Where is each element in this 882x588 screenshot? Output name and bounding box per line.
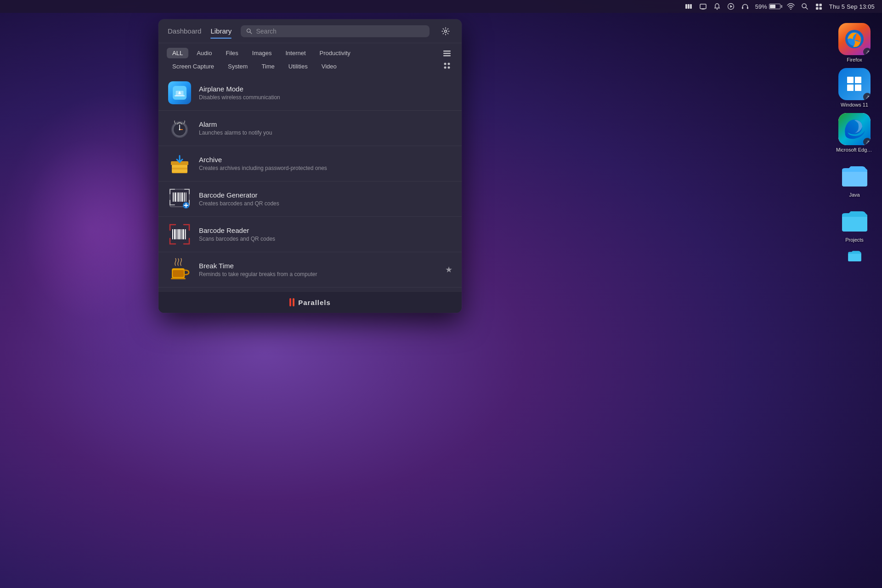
category-bar: ALL Audio Files Images Internet Producti… bbox=[158, 43, 462, 72]
svg-rect-28 bbox=[443, 53, 451, 54]
svg-rect-56 bbox=[172, 229, 173, 239]
search-icon bbox=[246, 28, 252, 34]
svg-rect-57 bbox=[174, 229, 176, 239]
cat-system[interactable]: System bbox=[222, 61, 253, 72]
dock-item-extra[interactable] bbox=[838, 248, 871, 280]
spotlight-icon[interactable] bbox=[801, 3, 808, 10]
airplane-mode-icon-wrap bbox=[168, 81, 192, 105]
parallels-logo: Parallels bbox=[289, 298, 331, 306]
control-center-icon[interactable] bbox=[815, 3, 823, 11]
svg-rect-21 bbox=[847, 85, 854, 91]
bg-swirl-3 bbox=[23, 138, 161, 322]
svg-rect-8 bbox=[742, 7, 743, 9]
category-rows: ALL Audio Files Images Internet Producti… bbox=[167, 48, 441, 72]
svg-rect-46 bbox=[175, 192, 176, 202]
svg-point-31 bbox=[448, 63, 450, 65]
item-barcode-generator[interactable]: Barcode Generator Creates barcodes and Q… bbox=[158, 181, 462, 217]
items-list: Airplane Mode Disables wireless communic… bbox=[158, 72, 462, 291]
cat-video[interactable]: Video bbox=[316, 61, 342, 72]
search-input[interactable] bbox=[256, 28, 424, 35]
cat-productivity[interactable]: Productivity bbox=[314, 48, 356, 58]
battery-percent: 59% bbox=[755, 3, 767, 10]
svg-point-10 bbox=[790, 9, 791, 10]
svg-rect-9 bbox=[747, 7, 748, 9]
grid-view-button[interactable] bbox=[441, 61, 453, 71]
window-tabs: Dashboard Library bbox=[168, 25, 232, 37]
list-view-button[interactable] bbox=[441, 49, 453, 59]
settings-button[interactable] bbox=[439, 24, 452, 38]
parallels-toolbar-icon[interactable] bbox=[684, 2, 693, 11]
barcode-gen-icon-wrap bbox=[168, 187, 192, 211]
archive-icon-wrap bbox=[168, 152, 192, 175]
cat-files[interactable]: Files bbox=[220, 48, 243, 58]
svg-point-30 bbox=[444, 63, 447, 65]
window-footer: Parallels bbox=[158, 291, 462, 313]
barcode-generator-title: Barcode Generator bbox=[199, 191, 452, 199]
tab-dashboard[interactable]: Dashboard bbox=[168, 25, 201, 37]
windows11-label: Windows 11 bbox=[841, 102, 868, 107]
barcode-generator-desc: Creates barcodes and QR codes bbox=[199, 200, 452, 207]
svg-line-12 bbox=[806, 7, 808, 9]
notifications-icon[interactable] bbox=[713, 3, 721, 10]
svg-rect-14 bbox=[819, 4, 822, 6]
cat-audio[interactable]: Audio bbox=[191, 48, 217, 58]
break-time-star[interactable]: ★ bbox=[445, 265, 452, 275]
item-alarm[interactable]: Alarm Launches alarms to notify you bbox=[158, 111, 462, 146]
archive-title: Archive bbox=[199, 156, 452, 164]
cat-screen-capture[interactable]: Screen Capture bbox=[167, 61, 220, 72]
svg-rect-45 bbox=[173, 192, 174, 202]
svg-rect-51 bbox=[184, 192, 185, 202]
dock-item-projects[interactable]: Projects bbox=[838, 203, 871, 243]
item-barcode-reader[interactable]: Barcode Reader Scans barcodes and QR cod… bbox=[158, 217, 462, 252]
item-airplane-mode[interactable]: Airplane Mode Disables wireless communic… bbox=[158, 75, 462, 111]
svg-rect-49 bbox=[180, 192, 181, 202]
dock-item-firefox[interactable]: ↗ Firefox bbox=[838, 23, 871, 62]
battery-fill bbox=[770, 5, 775, 8]
menubar: 59% bbox=[0, 0, 882, 13]
archive-icon bbox=[168, 152, 191, 175]
play-icon[interactable] bbox=[727, 3, 735, 10]
svg-rect-62 bbox=[185, 229, 186, 239]
svg-line-25 bbox=[250, 32, 252, 34]
cat-utilities[interactable]: Utilities bbox=[283, 61, 313, 72]
tab-library[interactable]: Library bbox=[210, 25, 232, 37]
parallels-window: Dashboard Library bbox=[158, 19, 462, 313]
headphones-icon[interactable] bbox=[741, 3, 749, 11]
battery-indicator: 59% bbox=[755, 3, 780, 10]
svg-rect-15 bbox=[816, 7, 819, 10]
barcode-reader-text: Barcode Reader Scans barcodes and QR cod… bbox=[199, 226, 452, 242]
alarm-text: Alarm Launches alarms to notify you bbox=[199, 120, 452, 136]
dock-item-windows11[interactable]: ↗ Windows 11 bbox=[838, 68, 871, 107]
barcode-generator-text: Barcode Generator Creates barcodes and Q… bbox=[199, 191, 452, 207]
svg-rect-43 bbox=[172, 168, 187, 170]
barcode-reader-title: Barcode Reader bbox=[199, 226, 452, 234]
break-time-icon bbox=[168, 258, 191, 281]
category-row-2: Screen Capture System Time Utilities Vid… bbox=[167, 61, 441, 72]
dock-item-java[interactable]: Java bbox=[838, 158, 871, 198]
search-bar[interactable] bbox=[241, 25, 430, 37]
svg-rect-29 bbox=[443, 55, 451, 57]
dock-item-edge[interactable]: ↗ Microsoft Edge.lnk bbox=[836, 113, 873, 153]
alarm-desc: Launches alarms to notify you bbox=[199, 130, 452, 136]
svg-rect-65 bbox=[173, 270, 184, 277]
svg-rect-59 bbox=[178, 229, 180, 239]
barcode-reader-icon-wrap bbox=[168, 222, 192, 246]
cat-images[interactable]: Images bbox=[247, 48, 277, 58]
view-toggle-buttons bbox=[441, 48, 453, 71]
cat-internet[interactable]: Internet bbox=[280, 48, 311, 58]
svg-point-26 bbox=[445, 30, 447, 32]
svg-rect-64 bbox=[171, 278, 186, 279]
wifi-icon[interactable] bbox=[787, 3, 795, 10]
cat-all[interactable]: ALL bbox=[167, 48, 188, 58]
cat-time[interactable]: Time bbox=[256, 61, 280, 72]
edge-alias-badge: ↗ bbox=[863, 138, 871, 145]
airplane-mode-icon bbox=[168, 81, 191, 104]
item-break-time[interactable]: Break Time Reminds to take regular break… bbox=[158, 252, 462, 288]
svg-point-42 bbox=[179, 129, 181, 130]
screen-capture-icon[interactable] bbox=[699, 3, 707, 11]
airplane-mode-title: Airplane Mode bbox=[199, 85, 452, 93]
battery-bar bbox=[769, 4, 780, 9]
svg-rect-2 bbox=[690, 4, 692, 9]
item-archive[interactable]: Archive Creates archives including passw… bbox=[158, 146, 462, 181]
firefox-alias-badge: ↗ bbox=[863, 48, 871, 55]
